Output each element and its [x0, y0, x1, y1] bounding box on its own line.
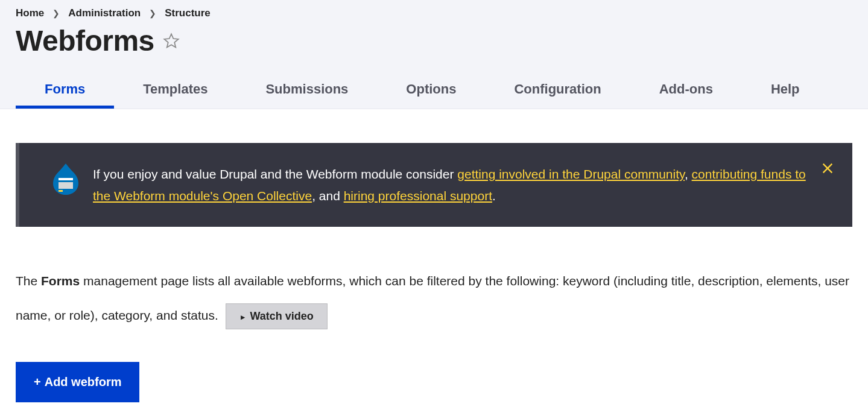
star-icon[interactable]	[163, 33, 180, 49]
close-button[interactable]	[821, 160, 834, 182]
page-description: The Forms management page lists all avai…	[16, 264, 852, 332]
message-text: If you enjoy and value Drupal and the We…	[93, 163, 810, 206]
close-icon	[821, 162, 834, 175]
plus-icon: +	[34, 375, 41, 388]
desc-post: management page lists all available webf…	[16, 274, 849, 322]
tab-help[interactable]: Help	[742, 73, 829, 109]
watch-video-label: Watch video	[250, 310, 314, 322]
svg-rect-4	[59, 190, 63, 192]
svg-marker-0	[164, 34, 178, 47]
desc-pre: The	[16, 274, 41, 288]
tab-templates[interactable]: Templates	[114, 73, 236, 109]
message-sep1: ,	[685, 167, 692, 181]
info-message: If you enjoy and value Drupal and the We…	[16, 143, 852, 227]
chevron-right-icon: ❯	[149, 8, 156, 18]
play-icon: ►	[239, 313, 247, 321]
desc-strong: Forms	[41, 274, 80, 288]
tab-forms[interactable]: Forms	[16, 73, 114, 109]
breadcrumb-structure[interactable]: Structure	[165, 7, 211, 19]
tab-configuration[interactable]: Configuration	[485, 73, 630, 109]
tab-options[interactable]: Options	[377, 73, 485, 109]
drupal-icon	[53, 163, 78, 195]
breadcrumb-administration[interactable]: Administration	[68, 7, 141, 19]
tabs: Forms Templates Submissions Options Conf…	[0, 73, 868, 109]
message-suffix: .	[492, 189, 496, 203]
message-sep2: , and	[312, 189, 344, 203]
tab-addons[interactable]: Add-ons	[630, 73, 742, 109]
link-drupal-community[interactable]: getting involved in the Drupal community	[457, 167, 685, 181]
chevron-right-icon: ❯	[52, 8, 60, 18]
watch-video-button[interactable]: ►Watch video	[226, 303, 328, 329]
svg-rect-1	[59, 178, 73, 180]
breadcrumb: Home ❯ Administration ❯ Structure	[0, 5, 868, 19]
page-title: Webforms	[16, 24, 154, 57]
link-professional-support[interactable]: hiring professional support	[344, 189, 492, 203]
message-prefix: If you enjoy and value Drupal and the We…	[93, 167, 457, 181]
svg-rect-3	[59, 182, 73, 189]
tab-submissions[interactable]: Submissions	[236, 73, 377, 109]
add-webform-label: Add webform	[45, 375, 122, 388]
add-webform-button[interactable]: +Add webform	[16, 362, 139, 402]
breadcrumb-home[interactable]: Home	[16, 7, 44, 19]
